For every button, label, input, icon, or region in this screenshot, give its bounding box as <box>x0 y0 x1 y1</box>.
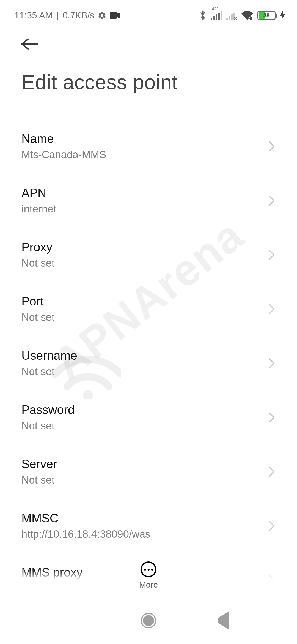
chevron-right-icon <box>268 140 276 152</box>
chevron-right-icon <box>268 195 276 207</box>
settings-list: Name Mts-Canada-MMS APN internet Proxy N… <box>0 119 297 607</box>
setting-value: Not set <box>21 310 54 323</box>
setting-row-mmsc[interactable]: MMSC http://10.16.18.4:38090/was <box>21 499 276 553</box>
more-label: More <box>139 580 158 590</box>
more-button[interactable]: More <box>139 561 158 590</box>
setting-label: Name <box>21 132 106 146</box>
setting-label: Username <box>21 349 77 362</box>
setting-value: Not set <box>21 365 77 378</box>
signal-4g-icon: 4G <box>211 11 222 20</box>
nav-recents-button[interactable] <box>64 611 83 630</box>
status-bar: 11:35 AM | 0.7KB/s 4G 38 <box>0 0 297 25</box>
gear-icon <box>98 11 106 20</box>
battery-percent: 38 <box>258 12 275 19</box>
setting-value: internet <box>21 202 56 215</box>
screen-content: Edit access point Name Mts-Canada-MMS AP… <box>0 28 297 597</box>
setting-row-name[interactable]: Name Mts-Canada-MMS <box>21 119 276 173</box>
setting-row-server[interactable]: Server Not set <box>21 444 276 499</box>
signal-4g-label: 4G <box>212 6 218 12</box>
svg-rect-2 <box>211 18 212 20</box>
nav-home-button[interactable] <box>139 611 158 630</box>
status-separator: | <box>56 10 59 21</box>
setting-label: APN <box>21 186 56 200</box>
setting-label: MMS proxy <box>21 566 82 579</box>
setting-value: 10.16.18.77 <box>21 582 82 594</box>
triangle-left-icon <box>218 618 229 623</box>
circle-icon <box>141 613 156 628</box>
chevron-right-icon <box>268 411 276 424</box>
setting-row-apn[interactable]: APN internet <box>21 173 276 228</box>
setting-label: Server <box>21 457 57 471</box>
more-horizontal-icon <box>141 561 156 577</box>
arrow-left-icon <box>21 38 38 50</box>
wifi-icon <box>241 11 253 20</box>
setting-row-password[interactable]: Password Not set <box>21 390 276 444</box>
svg-rect-1 <box>110 12 117 19</box>
setting-label: Proxy <box>21 240 54 254</box>
video-camera-icon <box>110 12 120 19</box>
status-bar-left: 11:35 AM | 0.7KB/s <box>14 10 120 21</box>
status-data-rate: 0.7KB/s <box>63 10 95 21</box>
setting-value: Not set <box>21 419 75 432</box>
setting-value: Not set <box>21 256 54 269</box>
svg-point-14 <box>249 17 252 20</box>
page-title: Edit access point <box>0 61 297 119</box>
setting-row-proxy[interactable]: Proxy Not set <box>21 228 276 282</box>
chevron-right-icon <box>268 466 276 478</box>
status-time: 11:35 AM <box>14 10 53 21</box>
nav-back-button[interactable] <box>214 611 233 630</box>
chevron-right-icon <box>268 357 276 369</box>
svg-rect-9 <box>231 14 233 20</box>
chevron-right-icon <box>268 303 276 315</box>
setting-row-port[interactable]: Port Not set <box>21 282 276 336</box>
setting-label: MMSC <box>21 511 150 525</box>
setting-value: Mts-Canada-MMS <box>21 148 106 161</box>
svg-rect-3 <box>213 16 215 20</box>
charging-bolt-icon <box>280 11 285 20</box>
setting-value: Not set <box>21 473 57 486</box>
svg-rect-4 <box>216 14 217 20</box>
status-bar-right: 4G 38 <box>199 10 285 21</box>
signal-no-sim-icon <box>226 11 237 20</box>
system-nav-bar <box>0 597 297 644</box>
battery-icon: 38 <box>257 11 276 20</box>
setting-value: http://10.16.18.4:38090/was <box>21 527 150 540</box>
setting-row-username[interactable]: Username Not set <box>21 336 276 390</box>
bluetooth-icon <box>199 10 206 21</box>
setting-label: Password <box>21 403 75 417</box>
svg-rect-6 <box>221 11 222 20</box>
svg-rect-5 <box>218 13 220 20</box>
chevron-right-icon <box>268 520 276 532</box>
svg-rect-7 <box>226 18 228 20</box>
svg-rect-8 <box>229 16 230 20</box>
setting-label: Port <box>21 294 54 308</box>
chevron-right-icon <box>268 249 276 261</box>
chevron-right-icon <box>268 574 276 586</box>
back-button[interactable] <box>21 35 38 53</box>
